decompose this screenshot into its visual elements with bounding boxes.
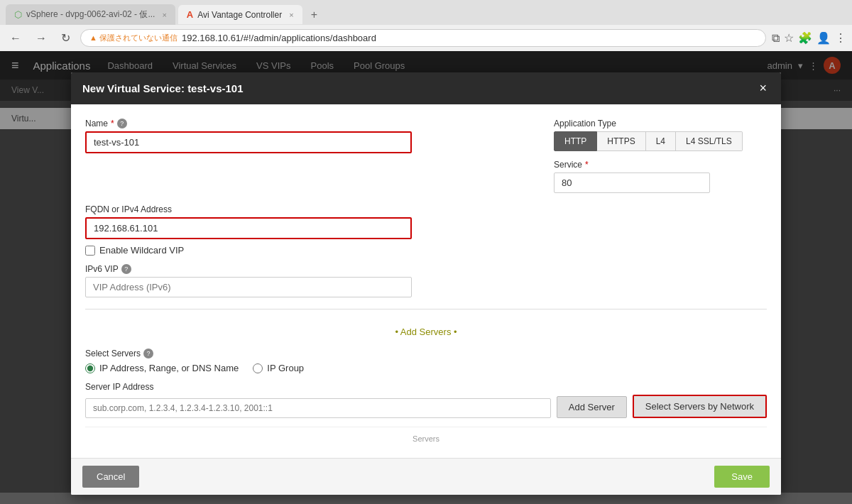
server-ip-section: Server IP Address Add Server Select Serv…: [85, 382, 767, 418]
modal-close-button[interactable]: ×: [756, 81, 770, 96]
name-group: Name * ?: [85, 119, 525, 153]
vsphere-tab-icon: ⬡: [14, 9, 22, 20]
profile-button[interactable]: 👤: [816, 31, 831, 45]
security-warning: ▲ 保護されていない通信: [89, 33, 178, 43]
ipv6-input[interactable]: [85, 277, 412, 297]
screenshot-button[interactable]: ⧉: [772, 32, 780, 45]
section-divider: [85, 309, 767, 309]
server-ip-input[interactable]: [85, 398, 551, 418]
service-required: *: [585, 160, 589, 170]
server-ip-label: Server IP Address: [85, 382, 767, 392]
app-type-http[interactable]: HTTP: [554, 131, 597, 151]
servers-hint: Servers: [85, 427, 767, 444]
vsphere-tab-label: vSphere - dvpg-0062-avi-02 - 仮...: [26, 9, 155, 21]
app-type-l4ssl[interactable]: L4 SSL/TLS: [676, 131, 743, 151]
select-servers-section: Select Servers ? IP Address, Range, or D…: [85, 349, 767, 373]
app-type-buttons: HTTP HTTPS L4 L4 SSL/TLS: [554, 131, 767, 151]
back-button[interactable]: ←: [6, 31, 26, 46]
radio-ip-group-label[interactable]: IP Group: [253, 363, 304, 373]
radio-ip-group[interactable]: [253, 363, 263, 373]
avi-tab-icon: A: [187, 9, 193, 20]
tab-vsphere[interactable]: ⬡ vSphere - dvpg-0062-avi-02 - 仮... ×: [6, 4, 175, 25]
modal-header: New Virtual Service: test-vs-101 ×: [71, 72, 781, 104]
radio-ip-address[interactable]: [85, 363, 95, 373]
select-servers-help-icon[interactable]: ?: [143, 349, 153, 358]
ipv6-label: IPv6 VIP ?: [85, 264, 767, 274]
new-tab-button[interactable]: +: [305, 6, 323, 24]
service-label: Service *: [554, 160, 767, 170]
wildcard-checkbox[interactable]: [85, 246, 95, 256]
ipv6-help-icon[interactable]: ?: [121, 264, 131, 274]
name-help-icon[interactable]: ?: [117, 119, 127, 128]
add-server-button[interactable]: Add Server: [557, 396, 627, 418]
select-servers-by-network-button[interactable]: Select Servers by Network: [633, 395, 767, 418]
radio-group: IP Address, Range, or DNS Name IP Group: [85, 363, 767, 373]
ipv6-group: IPv6 VIP ?: [85, 264, 767, 297]
url-text: 192.168.10.61/#!/admin/applications/dash…: [182, 33, 757, 43]
name-required: *: [111, 119, 114, 128]
modal-title: New Virtual Service: test-vs-101: [82, 82, 244, 94]
form-col-right: Application Type HTTP HTTPS L4 L4 SSL/TL…: [554, 119, 767, 193]
servers-section-text: Servers: [413, 434, 439, 443]
app-type-label: Application Type: [554, 119, 767, 128]
reload-button[interactable]: ↻: [57, 30, 75, 46]
add-servers-link[interactable]: • Add Servers •: [85, 321, 767, 343]
forward-button[interactable]: →: [31, 31, 51, 46]
address-bar-row: ← → ↻ ▲ 保護されていない通信 192.168.10.61/#!/admi…: [0, 25, 852, 51]
radio-ip-address-label[interactable]: IP Address, Range, or DNS Name: [85, 363, 239, 373]
modal-container: New Virtual Service: test-vs-101 × Name …: [0, 72, 852, 495]
form-col-left: Name * ?: [85, 119, 525, 193]
wildcard-group: Enable Wildcard VIP: [85, 245, 767, 256]
avi-tab-label: Avi Vantage Controller: [197, 10, 282, 20]
modal: New Virtual Service: test-vs-101 × Name …: [71, 72, 781, 495]
avi-tab-close[interactable]: ×: [289, 11, 293, 19]
name-input[interactable]: [85, 131, 412, 153]
fqdn-input[interactable]: [85, 217, 412, 239]
app-type-l4[interactable]: L4: [646, 131, 676, 151]
server-ip-row: Add Server Select Servers by Network: [85, 395, 767, 418]
app-content-wrapper: ≡ Applications Dashboard Virtual Service…: [0, 51, 852, 493]
address-bar[interactable]: ▲ 保護されていない通信 192.168.10.61/#!/admin/appl…: [80, 29, 766, 47]
select-servers-label: Select Servers ?: [85, 349, 767, 358]
extensions-button[interactable]: 🧩: [798, 31, 812, 45]
fqdn-label: FQDN or IPv4 Address: [85, 204, 767, 214]
app-type-group: Application Type HTTP HTTPS L4 L4 SSL/TL…: [554, 119, 767, 151]
browser-actions: ⧉ ☆ 🧩 👤 ⋮: [772, 31, 846, 45]
wildcard-label[interactable]: Enable Wildcard VIP: [85, 245, 767, 256]
service-input[interactable]: [554, 172, 710, 193]
service-group: Service *: [554, 160, 767, 193]
vsphere-tab-close[interactable]: ×: [162, 11, 166, 19]
form-two-col: Name * ? Application Type HTTP: [85, 119, 767, 193]
save-button[interactable]: Save: [714, 466, 770, 488]
modal-body: Name * ? Application Type HTTP: [71, 104, 781, 458]
tab-avi[interactable]: A Avi Vantage Controller ×: [178, 5, 302, 24]
name-label: Name * ?: [85, 119, 525, 128]
menu-button[interactable]: ⋮: [835, 31, 846, 45]
cancel-button[interactable]: Cancel: [82, 466, 139, 488]
tab-bar: ⬡ vSphere - dvpg-0062-avi-02 - 仮... × A …: [0, 0, 852, 25]
app-type-https[interactable]: HTTPS: [597, 131, 645, 151]
browser-chrome: ⬡ vSphere - dvpg-0062-avi-02 - 仮... × A …: [0, 0, 852, 51]
modal-footer: Cancel Save: [71, 458, 781, 495]
bookmark-button[interactable]: ☆: [784, 31, 794, 45]
fqdn-group: FQDN or IPv4 Address: [85, 204, 767, 239]
